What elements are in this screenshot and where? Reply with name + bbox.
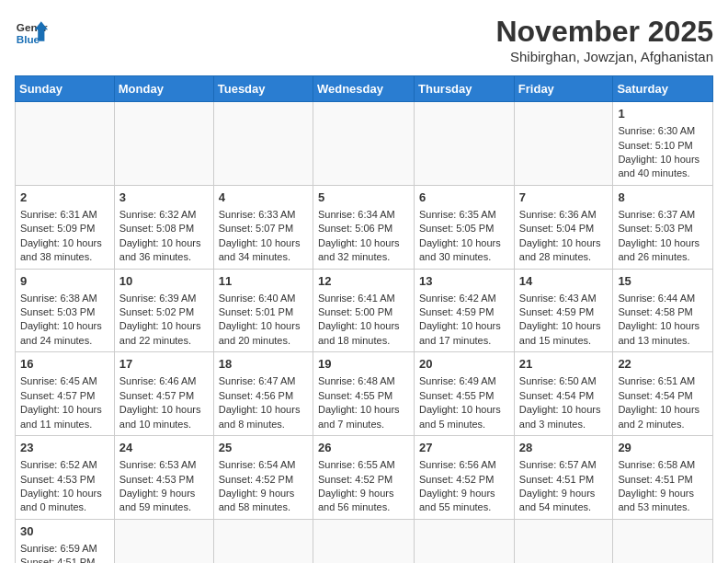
day-cell [213, 519, 313, 563]
day-number: 15 [618, 273, 708, 290]
day-cell: 11Sunrise: 6:40 AM Sunset: 5:01 PM Dayli… [213, 269, 313, 352]
weekday-sunday: Sunday [16, 76, 115, 102]
day-number: 21 [519, 356, 609, 373]
week-row-3: 9Sunrise: 6:38 AM Sunset: 5:03 PM Daylig… [16, 269, 713, 352]
day-number: 14 [519, 273, 609, 290]
day-info: Sunrise: 6:57 AM Sunset: 4:51 PM Dayligh… [519, 459, 597, 512]
day-info: Sunrise: 6:43 AM Sunset: 4:59 PM Dayligh… [519, 293, 601, 346]
weekday-monday: Monday [114, 76, 213, 102]
day-cell: 5Sunrise: 6:34 AM Sunset: 5:06 PM Daylig… [313, 185, 414, 269]
day-cell [613, 519, 713, 563]
day-info: Sunrise: 6:35 AM Sunset: 5:05 PM Dayligh… [419, 209, 501, 262]
week-row-1: 1Sunrise: 6:30 AM Sunset: 5:10 PM Daylig… [16, 102, 713, 186]
day-info: Sunrise: 6:39 AM Sunset: 5:02 PM Dayligh… [119, 293, 201, 346]
day-cell: 26Sunrise: 6:55 AM Sunset: 4:52 PM Dayli… [313, 436, 414, 520]
day-cell: 19Sunrise: 6:48 AM Sunset: 4:55 PM Dayli… [313, 352, 414, 436]
day-number: 25 [219, 440, 308, 456]
day-number: 3 [119, 190, 209, 206]
day-info: Sunrise: 6:55 AM Sunset: 4:52 PM Dayligh… [318, 459, 395, 512]
day-cell [313, 519, 414, 563]
month-title: November 2025 [495, 15, 713, 49]
day-number: 7 [519, 190, 609, 206]
day-number: 10 [119, 273, 209, 290]
day-number: 26 [318, 440, 409, 456]
day-cell: 23Sunrise: 6:52 AM Sunset: 4:53 PM Dayli… [16, 436, 115, 520]
day-cell [313, 102, 414, 186]
day-cell: 18Sunrise: 6:47 AM Sunset: 4:56 PM Dayli… [213, 352, 313, 436]
day-cell: 29Sunrise: 6:58 AM Sunset: 4:51 PM Dayli… [613, 436, 713, 520]
day-number: 22 [618, 356, 708, 373]
day-cell: 12Sunrise: 6:41 AM Sunset: 5:00 PM Dayli… [313, 269, 414, 352]
day-cell: 30Sunrise: 6:59 AM Sunset: 4:51 PM Dayli… [16, 519, 115, 563]
day-number: 2 [20, 190, 109, 206]
weekday-friday: Friday [514, 76, 613, 102]
day-number: 19 [318, 356, 409, 373]
day-cell: 8Sunrise: 6:37 AM Sunset: 5:03 PM Daylig… [613, 185, 713, 269]
day-cell: 2Sunrise: 6:31 AM Sunset: 5:09 PM Daylig… [16, 185, 115, 269]
day-info: Sunrise: 6:47 AM Sunset: 4:56 PM Dayligh… [219, 375, 301, 429]
week-row-6: 30Sunrise: 6:59 AM Sunset: 4:51 PM Dayli… [16, 519, 713, 563]
day-cell [514, 519, 613, 563]
day-info: Sunrise: 6:44 AM Sunset: 4:58 PM Dayligh… [618, 293, 700, 346]
weekday-tuesday: Tuesday [213, 76, 313, 102]
day-number: 30 [20, 523, 109, 540]
day-info: Sunrise: 6:37 AM Sunset: 5:03 PM Dayligh… [618, 209, 700, 262]
day-info: Sunrise: 6:49 AM Sunset: 4:55 PM Dayligh… [419, 375, 501, 429]
day-number: 9 [20, 273, 109, 290]
day-number: 24 [119, 440, 209, 456]
day-cell: 28Sunrise: 6:57 AM Sunset: 4:51 PM Dayli… [514, 436, 613, 520]
day-info: Sunrise: 6:59 AM Sunset: 4:51 PM Dayligh… [20, 543, 97, 563]
day-info: Sunrise: 6:58 AM Sunset: 4:51 PM Dayligh… [618, 459, 695, 512]
day-cell: 22Sunrise: 6:51 AM Sunset: 4:54 PM Dayli… [613, 352, 713, 436]
week-row-5: 23Sunrise: 6:52 AM Sunset: 4:53 PM Dayli… [16, 436, 713, 520]
day-number: 8 [618, 190, 708, 206]
day-info: Sunrise: 6:48 AM Sunset: 4:55 PM Dayligh… [318, 375, 400, 429]
day-info: Sunrise: 6:40 AM Sunset: 5:01 PM Dayligh… [219, 293, 301, 346]
day-info: Sunrise: 6:51 AM Sunset: 4:54 PM Dayligh… [618, 375, 700, 429]
day-info: Sunrise: 6:32 AM Sunset: 5:08 PM Dayligh… [119, 209, 201, 262]
day-info: Sunrise: 6:34 AM Sunset: 5:06 PM Dayligh… [318, 209, 400, 262]
day-info: Sunrise: 6:46 AM Sunset: 4:57 PM Dayligh… [119, 375, 201, 429]
day-info: Sunrise: 6:54 AM Sunset: 4:52 PM Dayligh… [219, 459, 296, 512]
day-info: Sunrise: 6:45 AM Sunset: 4:57 PM Dayligh… [20, 375, 102, 429]
day-cell [213, 102, 313, 186]
day-cell: 24Sunrise: 6:53 AM Sunset: 4:53 PM Dayli… [114, 436, 213, 520]
header: General Blue November 2025 Shibirghan, J… [15, 15, 713, 64]
weekday-thursday: Thursday [415, 76, 515, 102]
day-number: 11 [219, 273, 308, 290]
day-number: 18 [219, 356, 308, 373]
calendar: SundayMondayTuesdayWednesdayThursdayFrid… [15, 75, 713, 563]
day-info: Sunrise: 6:33 AM Sunset: 5:07 PM Dayligh… [219, 209, 301, 262]
title-area: November 2025 Shibirghan, Jowzjan, Afgha… [495, 15, 713, 64]
day-cell [514, 102, 613, 186]
weekday-header-row: SundayMondayTuesdayWednesdayThursdayFrid… [16, 76, 713, 102]
day-cell: 21Sunrise: 6:50 AM Sunset: 4:54 PM Dayli… [514, 352, 613, 436]
day-cell: 16Sunrise: 6:45 AM Sunset: 4:57 PM Dayli… [16, 352, 115, 436]
day-cell: 20Sunrise: 6:49 AM Sunset: 4:55 PM Dayli… [415, 352, 515, 436]
day-info: Sunrise: 6:30 AM Sunset: 5:10 PM Dayligh… [618, 125, 700, 178]
day-info: Sunrise: 6:41 AM Sunset: 5:00 PM Dayligh… [318, 293, 400, 346]
day-cell: 13Sunrise: 6:42 AM Sunset: 4:59 PM Dayli… [415, 269, 515, 352]
day-info: Sunrise: 6:31 AM Sunset: 5:09 PM Dayligh… [20, 209, 102, 262]
day-number: 13 [419, 273, 509, 290]
day-cell [114, 519, 213, 563]
day-cell: 3Sunrise: 6:32 AM Sunset: 5:08 PM Daylig… [114, 185, 213, 269]
day-cell: 4Sunrise: 6:33 AM Sunset: 5:07 PM Daylig… [213, 185, 313, 269]
day-number: 12 [318, 273, 409, 290]
day-cell: 25Sunrise: 6:54 AM Sunset: 4:52 PM Dayli… [213, 436, 313, 520]
day-cell: 7Sunrise: 6:36 AM Sunset: 5:04 PM Daylig… [514, 185, 613, 269]
day-info: Sunrise: 6:38 AM Sunset: 5:03 PM Dayligh… [20, 293, 102, 346]
logo: General Blue [15, 15, 48, 48]
day-number: 20 [419, 356, 509, 373]
day-number: 23 [20, 440, 109, 456]
weekday-saturday: Saturday [613, 76, 713, 102]
logo-icon: General Blue [15, 15, 48, 48]
day-info: Sunrise: 6:53 AM Sunset: 4:53 PM Dayligh… [119, 459, 197, 512]
day-info: Sunrise: 6:36 AM Sunset: 5:04 PM Dayligh… [519, 209, 601, 262]
day-info: Sunrise: 6:56 AM Sunset: 4:52 PM Dayligh… [419, 459, 496, 512]
day-number: 28 [519, 440, 609, 456]
day-cell: 17Sunrise: 6:46 AM Sunset: 4:57 PM Dayli… [114, 352, 213, 436]
day-number: 4 [219, 190, 308, 206]
day-cell [415, 102, 515, 186]
day-number: 16 [20, 356, 109, 373]
